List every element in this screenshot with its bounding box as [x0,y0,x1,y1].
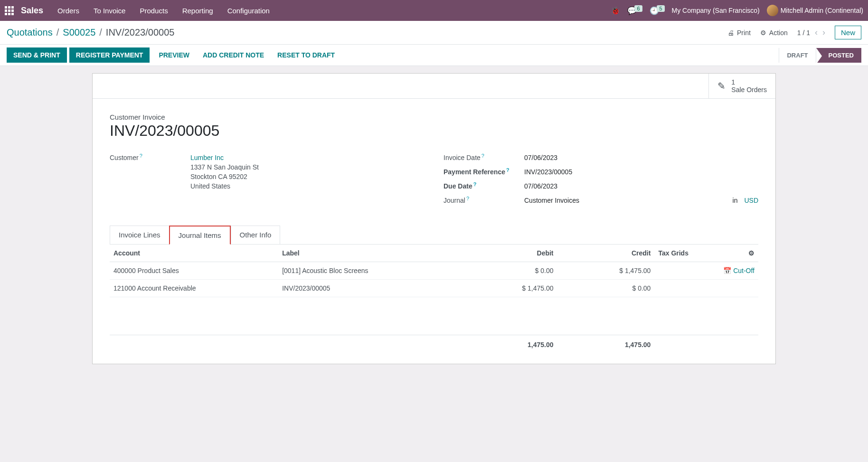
cell-debit: $ 1,475.00 [460,280,557,297]
top-navbar: Sales Orders To Invoice Products Reporti… [0,0,868,21]
th-settings: ⚙ [719,245,758,262]
help-icon[interactable]: ? [506,167,509,173]
customer-label: Customer ? [110,154,190,161]
doc-type: Customer Invoice [110,113,758,121]
customer-value: Lumber Inc 1337 N San Joaquin St Stockto… [190,154,425,190]
company-switcher[interactable]: My Company (San Francisco) [672,7,760,14]
breadcrumb-sep: / [99,27,102,38]
table-row[interactable]: 121000 Account Receivable INV/2023/00005… [110,280,758,297]
customer-addr3: United States [190,182,425,190]
cell-debit: $ 0.00 [460,262,557,280]
due-date-value: 07/06/2023 [524,182,758,190]
secondary-bar: Quotations / S00025 / INV/2023/00005 🖨 P… [0,21,868,45]
action-bar: SEND & PRINT REGISTER PAYMENT PREVIEW AD… [0,45,868,66]
stat-count: 1 [731,78,767,86]
debug-icon[interactable]: 🐞 [611,6,620,15]
journal-items-table: Account Label Debit Credit Tax Grids ⚙ [110,245,758,354]
activities-badge: 5 [657,5,664,12]
due-date-label: Due Date ? [443,182,524,190]
button-box: ✎ 1 Sale Orders [93,74,775,99]
action-label: Action [769,29,788,37]
register-payment-button[interactable]: REGISTER PAYMENT [69,47,150,63]
invoice-date-label: Invoice Date ? [443,154,524,161]
reset-to-draft-button[interactable]: RESET TO DRAFT [271,47,341,63]
settings-icon[interactable]: ⚙ [748,249,755,257]
help-icon[interactable]: ? [473,181,477,187]
cell-taxgrids [654,262,719,280]
send-print-button[interactable]: SEND & PRINT [7,47,67,63]
customer-addr1: 1337 N San Joaquin St [190,163,425,171]
apps-icon[interactable] [5,6,14,15]
stat-label: Sale Orders [731,86,767,94]
cell-account: 400000 Product Sales [110,262,278,280]
help-icon[interactable]: ? [481,153,484,159]
customer-label-text: Customer [110,154,139,161]
print-icon: 🖨 [727,29,734,37]
pager-text: 1 / 1 [797,29,810,37]
invoice-date-value: 07/06/2023 [524,154,758,161]
secondary-right: 🖨 Print ⚙ Action 1 / 1 ‹ › New [727,26,861,39]
tab-journal-items[interactable]: Journal Items [169,226,231,245]
tabs: Invoice Lines Journal Items Other Info [110,225,758,245]
customer-link[interactable]: Lumber Inc [190,154,224,161]
print-label: Print [737,29,751,37]
pencil-icon: ✎ [717,80,726,92]
th-account[interactable]: Account [110,245,278,262]
add-credit-note-button[interactable]: ADD CREDIT NOTE [196,47,271,63]
statusbar: DRAFT POSTED [779,48,861,63]
pager: 1 / 1 ‹ › [797,28,825,38]
table-row[interactable]: 400000 Product Sales [0011] Acoustic Blo… [110,262,758,280]
action-button[interactable]: ⚙ Action [760,29,788,37]
cell-label: INV/2023/00005 [278,280,460,297]
pager-prev-icon[interactable]: ‹ [815,28,818,38]
nav-orders[interactable]: Orders [57,7,79,15]
breadcrumb-order[interactable]: S00025 [63,27,95,38]
breadcrumb: Quotations / S00025 / INV/2023/00005 [7,27,174,38]
help-icon[interactable]: ? [466,196,469,201]
cutoff-button[interactable]: 📅 Cut-Off [723,267,755,274]
due-date-label-text: Due Date [443,182,472,190]
payment-ref-label: Payment Reference ? [443,168,524,176]
th-taxgrids[interactable]: Tax Grids [654,245,719,262]
new-button[interactable]: New [835,26,861,39]
journal-name: Customer Invoices [524,197,579,204]
payment-ref-value: INV/2023/00005 [524,168,758,176]
breadcrumb-sep: / [57,27,59,38]
user-menu[interactable]: Mitchell Admin (Continental) [767,5,863,16]
cell-credit: $ 0.00 [557,280,655,297]
cell-account: 121000 Account Receivable [110,280,278,297]
breadcrumb-quotations[interactable]: Quotations [7,27,53,38]
total-debit: 1,475.00 [460,335,557,355]
cell-taxgrids [654,280,719,297]
nav-configuration[interactable]: Configuration [227,7,270,15]
help-icon[interactable]: ? [140,153,142,159]
status-draft[interactable]: DRAFT [779,48,815,63]
cell-label: [0011] Acoustic Bloc Screens [278,262,460,280]
journal-value: Customer Invoices in USD [524,197,758,204]
tab-other-info[interactable]: Other Info [231,226,281,245]
user-name: Mitchell Admin (Continental) [781,7,863,14]
app-brand[interactable]: Sales [21,6,43,16]
th-label[interactable]: Label [278,245,460,262]
nav-to-invoice[interactable]: To Invoice [94,7,126,15]
nav-products[interactable]: Products [140,7,168,15]
journal-currency[interactable]: USD [744,197,758,204]
status-posted[interactable]: POSTED [816,48,861,63]
breadcrumb-current: INV/2023/00005 [106,27,175,38]
invoice-date-label-text: Invoice Date [443,154,481,161]
th-debit[interactable]: Debit [460,245,557,262]
total-credit: 1,475.00 [557,335,655,355]
nav-reporting[interactable]: Reporting [182,7,213,15]
th-credit[interactable]: Credit [557,245,655,262]
doc-title: INV/2023/00005 [110,122,758,140]
cell-credit: $ 1,475.00 [557,262,655,280]
avatar [767,5,778,16]
messages-badge: 6 [634,5,642,12]
preview-button[interactable]: PREVIEW [152,47,196,63]
pager-next-icon[interactable]: › [822,28,825,38]
print-button[interactable]: 🖨 Print [727,29,751,37]
sale-orders-stat-button[interactable]: ✎ 1 Sale Orders [708,74,775,98]
journal-label-text: Journal [443,197,465,204]
tab-invoice-lines[interactable]: Invoice Lines [110,226,169,245]
nav-right: 🐞 💬 6 🕘 5 My Company (San Francisco) Mit… [611,5,864,16]
